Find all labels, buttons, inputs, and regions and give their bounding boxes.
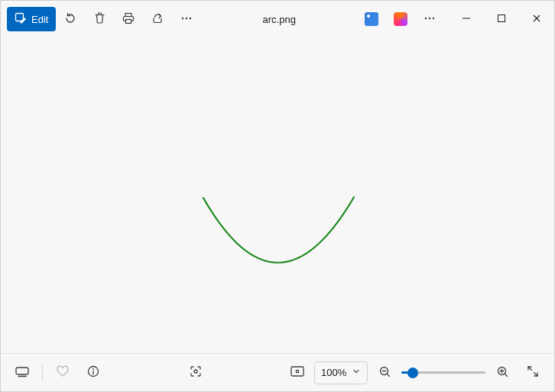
rotate-icon xyxy=(63,11,77,28)
image-content xyxy=(1,37,554,353)
close-icon xyxy=(532,14,541,25)
zoom-out-button[interactable] xyxy=(371,359,398,387)
share-button[interactable] xyxy=(143,5,172,34)
filmstrip-toggle-button[interactable] xyxy=(8,359,36,387)
zoom-in-icon xyxy=(496,365,509,381)
svg-point-13 xyxy=(194,370,197,373)
edit-button-label: Edit xyxy=(31,14,48,25)
divider xyxy=(42,364,43,381)
more-toolbar-button[interactable] xyxy=(172,5,201,34)
minimize-button[interactable] xyxy=(449,5,484,34)
print-button[interactable] xyxy=(114,5,143,34)
scan-ocr-button[interactable] xyxy=(182,359,209,387)
svg-point-4 xyxy=(186,17,187,18)
svg-rect-10 xyxy=(16,368,28,374)
slider-thumb[interactable] xyxy=(407,368,418,378)
maximize-button[interactable] xyxy=(484,5,519,34)
title-right-group xyxy=(357,5,554,34)
info-button[interactable] xyxy=(80,359,107,387)
more-horizontal-icon xyxy=(180,12,193,27)
svg-point-7 xyxy=(429,17,430,18)
svg-rect-14 xyxy=(291,367,303,376)
svg-rect-1 xyxy=(125,13,131,16)
svg-rect-9 xyxy=(498,15,505,21)
edit-button[interactable]: Edit xyxy=(7,7,56,31)
svg-rect-15 xyxy=(297,371,299,373)
svg-point-5 xyxy=(190,17,191,18)
zoom-out-icon xyxy=(378,365,391,381)
rotate-button[interactable] xyxy=(56,5,85,34)
titlebar: Edit xyxy=(1,1,554,37)
zoom-level-dropdown[interactable]: 100% xyxy=(314,361,368,384)
delete-button[interactable] xyxy=(85,5,114,34)
more-apps-button[interactable] xyxy=(415,5,444,34)
fullscreen-button[interactable] xyxy=(519,359,547,387)
zoom-level-label: 100% xyxy=(321,367,346,378)
trash-icon xyxy=(93,11,106,27)
svg-rect-2 xyxy=(126,19,131,23)
edit-image-icon xyxy=(15,12,27,27)
edit-with-clipchamp-button[interactable] xyxy=(386,5,415,34)
fit-to-window-button[interactable] xyxy=(284,359,311,387)
clipchamp-icon xyxy=(394,12,407,26)
edit-with-photos-button[interactable] xyxy=(357,5,386,34)
info-icon xyxy=(86,364,100,381)
filmstrip-icon xyxy=(15,365,30,380)
window-controls xyxy=(449,5,554,34)
fit-window-icon xyxy=(290,365,305,380)
svg-point-8 xyxy=(433,17,434,18)
close-button[interactable] xyxy=(519,5,554,34)
minimize-icon xyxy=(462,14,471,25)
chevron-down-icon xyxy=(352,367,361,378)
maximize-icon xyxy=(497,14,506,25)
share-icon xyxy=(151,11,164,28)
svg-point-12 xyxy=(92,368,94,370)
image-canvas[interactable] xyxy=(1,37,554,353)
photos-window: Edit xyxy=(0,0,555,392)
photos-app-icon xyxy=(365,12,378,26)
favorite-button[interactable] xyxy=(49,359,76,387)
zoom-in-button[interactable] xyxy=(488,359,516,387)
window-title: arc.png xyxy=(201,14,357,25)
svg-point-3 xyxy=(182,17,183,18)
print-icon xyxy=(122,11,135,28)
zoom-slider[interactable] xyxy=(401,365,485,381)
svg-point-6 xyxy=(425,17,427,18)
fullscreen-icon xyxy=(526,364,540,381)
more-horizontal-icon xyxy=(424,12,436,27)
scan-icon xyxy=(189,364,203,381)
statusbar: 100% xyxy=(1,353,554,391)
heart-icon xyxy=(56,364,70,381)
